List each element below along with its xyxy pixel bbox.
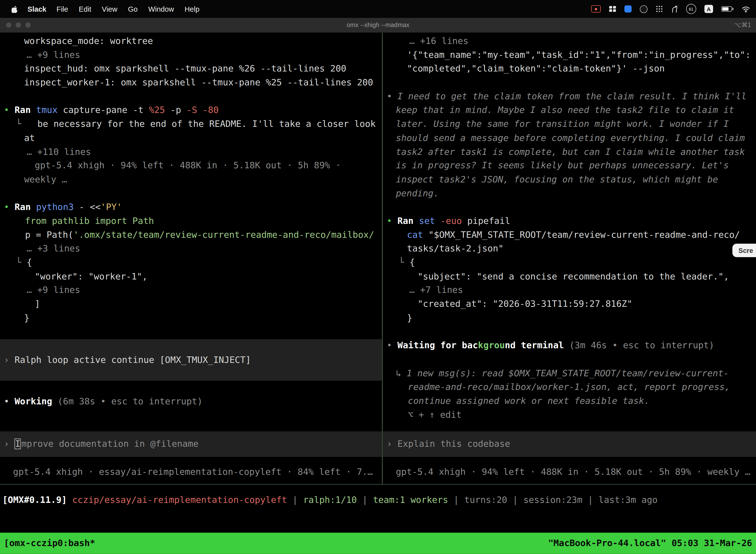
model-status-line: gpt-5.4 xhigh · essay/ai-reimplementatio…	[0, 465, 382, 479]
command-output-line: └ be necessary for the end of the README…	[0, 117, 382, 131]
window-title: omx --xhigh --madmax	[0, 18, 756, 32]
separator: |	[453, 494, 459, 505]
input-source-icon[interactable]: A	[704, 5, 713, 13]
json-line: "subject": "send a concise recommendatio…	[383, 270, 756, 283]
edit-shortcut-hint: ⌥ + ↑ edit	[383, 408, 756, 422]
tmux-inject-row[interactable]: › Ralph loop active continue [OMX_TMUX_I…	[0, 339, 382, 381]
menu-file[interactable]: File	[51, 5, 73, 13]
message-note-line: ↳ 1 new msg(s): read $OMX_TEAM_STATE_ROO…	[383, 366, 756, 380]
collapsed-lines-indicator: … +9 lines	[0, 283, 382, 297]
wifi-icon[interactable]	[742, 4, 750, 14]
elbow-icon: └	[16, 119, 21, 129]
desktop: Slack File Edit View Go Window Help 61 A	[0, 0, 756, 554]
cmd-args: - <<	[74, 202, 101, 212]
elbow-icon: └	[399, 257, 410, 267]
placeholder-text: mprove documentation in @filename	[21, 439, 198, 449]
menu-help[interactable]: Help	[179, 5, 205, 13]
separator: |	[362, 494, 368, 505]
window-grid-icon[interactable]	[609, 4, 616, 14]
code-string: '.omx/state/team/review-current-readme-a…	[73, 230, 374, 240]
command-line: • Ran python3 - <<'PY'	[0, 200, 382, 214]
usage-line: gpt-5.4 xhigh · 94% left · 488K in · 5.1…	[0, 159, 382, 173]
window-shortcut-hint: ⌥⌘1	[734, 18, 751, 32]
menu-app-name[interactable]: Slack	[22, 5, 51, 13]
tmux-status-bar: [omx-cczip0:bash* "MacBook-Pro-44.local"…	[0, 533, 756, 554]
command-line: • Ran set -euo pipefail	[383, 214, 756, 228]
heredoc-marker: 'PY'	[101, 202, 122, 212]
terminal: workspace_mode: worktree … +9 lines insp…	[0, 33, 756, 554]
dots-grid-icon[interactable]	[656, 4, 663, 14]
cmd-program: set	[419, 216, 435, 226]
cmd-arg-pane: %25	[149, 105, 165, 115]
moon-icon[interactable]	[640, 4, 648, 14]
notification-toast[interactable]: Scre	[732, 244, 756, 257]
pane-status-row: gpt-5.4 xhigh · 94% left · 488K in · 5.1…	[383, 465, 756, 479]
collapsed-lines-indicator: … +110 lines	[0, 145, 382, 159]
omx-status-line: [OMX#0.11.9] cczip/essay/ai-reimplementa…	[0, 493, 756, 507]
menu-edit[interactable]: Edit	[73, 5, 97, 13]
chevron-icon: ›	[4, 354, 9, 365]
message-note-line: readme-and-reco/mailbox/worker-1.json, a…	[383, 380, 756, 394]
prompt-placeholder: › Improve documentation in @filename	[0, 437, 382, 451]
return-arrow-icon: ↳	[396, 368, 401, 378]
command-output-line: └ {	[383, 256, 756, 270]
chevron-icon: ›	[4, 439, 15, 449]
cmd-program: python3	[36, 202, 74, 212]
blank-line	[383, 200, 756, 214]
terminal-pane-left: workspace_mode: worktree … +9 lines insp…	[0, 33, 382, 484]
bullet-icon: •	[387, 91, 392, 101]
inject-text: Ralph loop active continue [OMX_TMUX_INJ…	[9, 354, 251, 365]
thinking-line: • I need to get the claim token from the…	[383, 90, 756, 104]
blank-line	[0, 186, 382, 200]
json-text: {	[26, 257, 32, 267]
collapsed-lines-indicator: … +3 lines	[0, 242, 382, 256]
cmd-args: -p	[165, 105, 187, 115]
gauge-value: 61	[689, 6, 693, 11]
cmd-program: cat	[407, 230, 423, 240]
llama-icon[interactable]	[671, 4, 678, 14]
bullet-icon: •	[387, 216, 392, 226]
input-source-letter: A	[707, 6, 711, 12]
command-line: tasks/task-2.json"	[383, 242, 756, 256]
waiting-detail: (3m 46s • esc to interrupt)	[564, 340, 714, 350]
session-time: session:23m	[518, 494, 587, 505]
json-line: }	[383, 311, 756, 325]
last-activity: last:3m ago	[593, 494, 657, 505]
battery-icon[interactable]	[721, 4, 734, 14]
prompt-input-row[interactable]: › Improve documentation in @filename	[0, 431, 382, 457]
menu-bar-left: Slack File Edit View Go Window Help	[0, 5, 205, 13]
gauge-icon[interactable]: 61	[686, 4, 696, 14]
message-note-line: continue assigned work or next feasible …	[383, 394, 756, 408]
turns-counter: turns:20	[459, 494, 513, 505]
pane-status-row: gpt-5.4 xhigh · essay/ai-reimplementatio…	[0, 465, 382, 479]
thinking-text: I need to get the claim token from the c…	[392, 91, 747, 101]
pane-left-scrollback: workspace_mode: worktree … +9 lines insp…	[0, 33, 382, 325]
separator: |	[588, 494, 593, 505]
blank-line	[383, 76, 756, 90]
working-status-row: • Working (6m 38s • esc to interrupt)	[0, 395, 382, 408]
elbow-icon: └	[16, 257, 26, 267]
menu-go[interactable]: Go	[123, 5, 143, 13]
tmux-session-name: [omx-cczip0:bash*	[4, 533, 95, 554]
separator: |	[513, 494, 518, 505]
json-line: }	[0, 311, 382, 325]
thinking-line: later. Using the same for transition mig…	[383, 117, 756, 131]
blue-app-icon[interactable]	[624, 4, 631, 14]
command-line: cat "$OMX_TEAM_STATE_ROOT/team/review-cu…	[383, 228, 756, 242]
team-workers: team:1 workers	[368, 494, 453, 505]
code-text: p = Path(	[25, 230, 73, 240]
cmd-args: capture-pane -t	[58, 105, 149, 115]
pane-divider-horizontal[interactable]	[0, 484, 756, 485]
prompt-suggestion-row[interactable]: › Explain this codebase	[383, 431, 756, 457]
ralph-counter: ralph:1/10	[298, 494, 362, 505]
bullet-icon: •	[4, 105, 9, 115]
command-output-line: └ {	[0, 256, 382, 270]
bullet-icon: •	[387, 340, 392, 350]
menu-view[interactable]: View	[97, 5, 123, 13]
screen-recording-icon[interactable]	[591, 4, 601, 14]
cmd-args: "$OMX_TEAM_STATE_ROOT/team/review-curren…	[423, 230, 740, 240]
apple-logo-icon[interactable]	[7, 5, 22, 13]
menu-window[interactable]: Window	[143, 5, 179, 13]
collapsed-lines-indicator: … +7 lines	[383, 283, 756, 297]
waiting-status-row: • Waiting for background terminal (3m 46…	[383, 339, 756, 353]
